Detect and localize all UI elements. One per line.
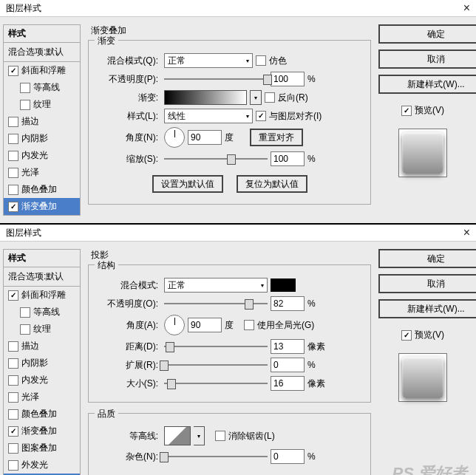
shadow-color-swatch[interactable] <box>271 278 296 292</box>
style-list-item[interactable]: 斜面和浮雕 <box>4 62 80 79</box>
style-list-item[interactable]: 描边 <box>4 113 80 130</box>
angle-input[interactable]: 90 <box>188 318 222 332</box>
preview-checkbox[interactable] <box>401 330 412 341</box>
style-checkbox[interactable] <box>8 290 18 301</box>
style-list-item[interactable]: 外发光 <box>4 457 80 474</box>
style-list-item[interactable]: 等高线 <box>4 304 80 321</box>
distance-input[interactable]: 13 <box>271 339 305 354</box>
style-list-item[interactable]: 纹理 <box>4 321 80 338</box>
style-list-item[interactable]: 渐变叠加 <box>4 198 80 215</box>
reset-align-button[interactable]: 重置对齐 <box>250 129 303 146</box>
chevron-down-icon: ▾ <box>261 282 264 289</box>
cancel-button[interactable]: 取消 <box>378 274 476 293</box>
chevron-down-icon: ▾ <box>246 113 249 120</box>
global-light-checkbox[interactable] <box>244 320 254 330</box>
dither-label: 仿色 <box>269 55 287 67</box>
style-checkbox[interactable] <box>20 83 30 93</box>
reverse-checkbox[interactable] <box>265 92 275 103</box>
style-list-item[interactable]: 描边 <box>4 338 80 355</box>
styles-header[interactable]: 样式 <box>4 250 80 267</box>
new-style-button[interactable]: 新建样式(W)... <box>378 299 476 318</box>
styles-header[interactable]: 样式 <box>4 25 80 42</box>
style-checkbox[interactable] <box>8 409 18 420</box>
close-icon[interactable]: × <box>463 0 470 16</box>
style-list-item[interactable]: 斜面和浮雕 <box>4 287 80 304</box>
style-checkbox[interactable] <box>8 375 18 386</box>
blend-mode-dropdown[interactable]: 正常▾ <box>164 53 253 68</box>
scale-input[interactable]: 100 <box>271 151 305 166</box>
style-list-item[interactable]: 颜色叠加 <box>4 406 80 423</box>
style-checkbox[interactable] <box>8 460 18 471</box>
opacity-input[interactable]: 100 <box>271 72 305 86</box>
style-checkbox[interactable] <box>8 151 18 161</box>
noise-input[interactable]: 0 <box>271 449 305 464</box>
antialias-checkbox[interactable] <box>215 431 225 441</box>
style-list-item[interactable]: 等高线 <box>4 79 80 96</box>
distance-slider[interactable] <box>164 341 268 352</box>
blend-mode-label: 混合模式(Q): <box>96 55 161 67</box>
style-list-item[interactable]: 内阴影 <box>4 355 80 372</box>
style-item-label: 内发光 <box>21 374 48 386</box>
contour-swatch[interactable] <box>164 426 191 445</box>
new-style-button[interactable]: 新建样式(W)... <box>378 75 476 94</box>
style-list-item[interactable]: 渐变叠加 <box>4 423 80 440</box>
angle-dial[interactable] <box>164 127 185 148</box>
style-checkbox[interactable] <box>8 443 18 454</box>
angle-dial[interactable] <box>164 315 185 335</box>
size-input[interactable]: 16 <box>271 376 305 391</box>
style-list-item[interactable]: 颜色叠加 <box>4 181 80 198</box>
ok-button[interactable]: 确定 <box>378 24 476 44</box>
style-item-label: 光泽 <box>21 391 39 403</box>
close-icon[interactable]: × <box>463 225 470 241</box>
style-list-item[interactable]: 图案叠加 <box>4 440 80 457</box>
style-list-item[interactable]: 光泽 <box>4 389 80 406</box>
blend-options[interactable]: 混合选项:默认 <box>4 267 80 287</box>
reset-default-button[interactable]: 复位为默认值 <box>237 175 307 193</box>
global-light-label: 使用全局光(G) <box>257 319 314 332</box>
style-checkbox[interactable] <box>8 392 18 403</box>
blend-options[interactable]: 混合选项:默认 <box>4 42 80 62</box>
style-checkbox[interactable] <box>20 307 30 318</box>
align-checkbox[interactable] <box>256 111 266 121</box>
ok-button[interactable]: 确定 <box>378 249 476 268</box>
style-list-item[interactable]: 内阴影 <box>4 130 80 147</box>
style-dropdown[interactable]: 线性▾ <box>164 109 253 123</box>
noise-slider[interactable] <box>164 451 268 462</box>
spread-input[interactable]: 0 <box>271 358 305 372</box>
style-checkbox[interactable] <box>8 117 18 127</box>
style-checkbox[interactable] <box>20 324 30 335</box>
style-checkbox[interactable] <box>8 341 18 352</box>
style-list-item[interactable]: 内发光 <box>4 147 80 164</box>
style-checkbox[interactable] <box>8 134 18 144</box>
cancel-button[interactable]: 取消 <box>378 49 476 69</box>
spread-slider[interactable] <box>164 360 268 370</box>
size-slider[interactable] <box>164 378 268 389</box>
set-default-button[interactable]: 设置为默认值 <box>152 175 223 193</box>
style-item-label: 内阴影 <box>21 357 48 369</box>
dither-checkbox[interactable] <box>256 55 266 66</box>
opacity-input[interactable]: 82 <box>271 296 305 311</box>
style-list-item[interactable]: 内发光 <box>4 372 80 389</box>
style-list-item[interactable]: 光泽 <box>4 164 80 181</box>
style-checkbox[interactable] <box>8 426 18 437</box>
scale-slider[interactable] <box>164 154 268 164</box>
gradient-swatch[interactable] <box>164 90 247 105</box>
reverse-label: 反向(R) <box>278 92 308 104</box>
style-checkbox[interactable] <box>8 66 18 76</box>
style-item-label: 内阴影 <box>21 132 48 145</box>
style-checkbox[interactable] <box>8 168 18 178</box>
style-list-item[interactable]: 纹理 <box>4 96 80 113</box>
gradient-menu-button[interactable]: ▾ <box>250 90 262 105</box>
style-checkbox[interactable] <box>8 185 18 195</box>
style-checkbox[interactable] <box>20 100 30 110</box>
blend-mode-dropdown[interactable]: 正常▾ <box>164 278 268 293</box>
opacity-slider[interactable] <box>164 74 268 84</box>
style-checkbox[interactable] <box>8 358 18 369</box>
preview-checkbox[interactable] <box>401 106 412 116</box>
style-item-label: 光泽 <box>21 166 39 179</box>
contour-menu-button[interactable]: ▾ <box>194 426 205 445</box>
opacity-slider[interactable] <box>164 298 268 309</box>
style-checkbox[interactable] <box>8 202 18 212</box>
angle-input[interactable]: 90 <box>188 130 222 145</box>
style-item-label: 等高线 <box>33 81 60 94</box>
